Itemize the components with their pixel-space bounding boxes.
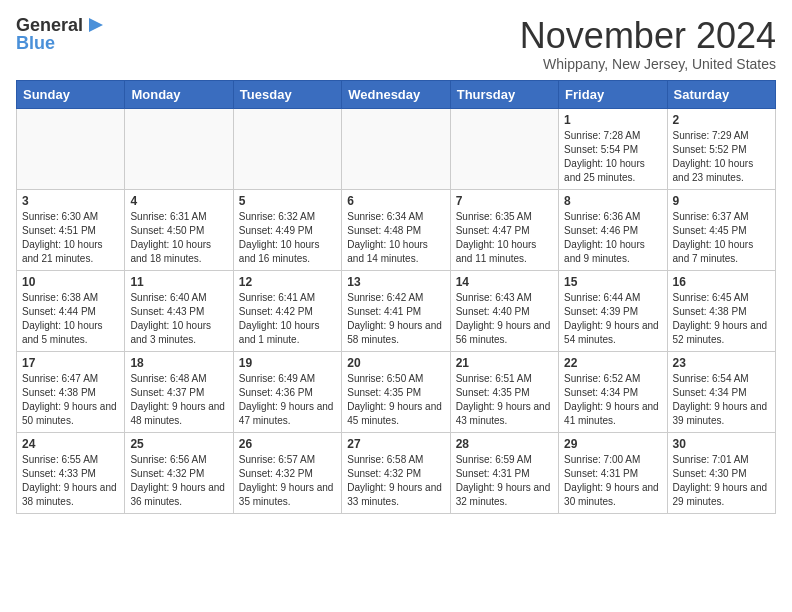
day-number: 27 xyxy=(347,437,444,451)
day-info: Sunrise: 6:57 AM Sunset: 4:32 PM Dayligh… xyxy=(239,453,336,509)
day-info: Sunrise: 6:49 AM Sunset: 4:36 PM Dayligh… xyxy=(239,372,336,428)
day-number: 6 xyxy=(347,194,444,208)
day-number: 7 xyxy=(456,194,553,208)
day-info: Sunrise: 6:52 AM Sunset: 4:34 PM Dayligh… xyxy=(564,372,661,428)
calendar-week-row: 3Sunrise: 6:30 AM Sunset: 4:51 PM Daylig… xyxy=(17,189,776,270)
weekday-header-monday: Monday xyxy=(125,80,233,108)
calendar-week-row: 10Sunrise: 6:38 AM Sunset: 4:44 PM Dayli… xyxy=(17,270,776,351)
calendar-week-row: 1Sunrise: 7:28 AM Sunset: 5:54 PM Daylig… xyxy=(17,108,776,189)
day-info: Sunrise: 6:31 AM Sunset: 4:50 PM Dayligh… xyxy=(130,210,227,266)
calendar-day-5: 5Sunrise: 6:32 AM Sunset: 4:49 PM Daylig… xyxy=(233,189,341,270)
day-info: Sunrise: 7:29 AM Sunset: 5:52 PM Dayligh… xyxy=(673,129,770,185)
calendar-empty-cell xyxy=(17,108,125,189)
weekday-header-saturday: Saturday xyxy=(667,80,775,108)
calendar-day-6: 6Sunrise: 6:34 AM Sunset: 4:48 PM Daylig… xyxy=(342,189,450,270)
calendar-day-19: 19Sunrise: 6:49 AM Sunset: 4:36 PM Dayli… xyxy=(233,351,341,432)
day-info: Sunrise: 6:32 AM Sunset: 4:49 PM Dayligh… xyxy=(239,210,336,266)
day-number: 23 xyxy=(673,356,770,370)
calendar-day-29: 29Sunrise: 7:00 AM Sunset: 4:31 PM Dayli… xyxy=(559,432,667,513)
month-title: November 2024 xyxy=(520,16,776,56)
calendar-day-22: 22Sunrise: 6:52 AM Sunset: 4:34 PM Dayli… xyxy=(559,351,667,432)
calendar-day-10: 10Sunrise: 6:38 AM Sunset: 4:44 PM Dayli… xyxy=(17,270,125,351)
logo-blue-text: Blue xyxy=(16,34,55,52)
day-info: Sunrise: 6:44 AM Sunset: 4:39 PM Dayligh… xyxy=(564,291,661,347)
day-info: Sunrise: 6:30 AM Sunset: 4:51 PM Dayligh… xyxy=(22,210,119,266)
calendar-day-15: 15Sunrise: 6:44 AM Sunset: 4:39 PM Dayli… xyxy=(559,270,667,351)
calendar-empty-cell xyxy=(450,108,558,189)
calendar-day-7: 7Sunrise: 6:35 AM Sunset: 4:47 PM Daylig… xyxy=(450,189,558,270)
weekday-header-tuesday: Tuesday xyxy=(233,80,341,108)
calendar-day-12: 12Sunrise: 6:41 AM Sunset: 4:42 PM Dayli… xyxy=(233,270,341,351)
calendar-day-2: 2Sunrise: 7:29 AM Sunset: 5:52 PM Daylig… xyxy=(667,108,775,189)
day-info: Sunrise: 6:36 AM Sunset: 4:46 PM Dayligh… xyxy=(564,210,661,266)
title-block: November 2024 Whippany, New Jersey, Unit… xyxy=(520,16,776,72)
day-info: Sunrise: 6:56 AM Sunset: 4:32 PM Dayligh… xyxy=(130,453,227,509)
calendar-day-21: 21Sunrise: 6:51 AM Sunset: 4:35 PM Dayli… xyxy=(450,351,558,432)
day-number: 3 xyxy=(22,194,119,208)
calendar-day-11: 11Sunrise: 6:40 AM Sunset: 4:43 PM Dayli… xyxy=(125,270,233,351)
day-number: 20 xyxy=(347,356,444,370)
svg-marker-0 xyxy=(89,18,103,32)
day-number: 18 xyxy=(130,356,227,370)
calendar-day-24: 24Sunrise: 6:55 AM Sunset: 4:33 PM Dayli… xyxy=(17,432,125,513)
day-number: 12 xyxy=(239,275,336,289)
day-number: 24 xyxy=(22,437,119,451)
day-number: 19 xyxy=(239,356,336,370)
day-number: 5 xyxy=(239,194,336,208)
day-info: Sunrise: 7:28 AM Sunset: 5:54 PM Dayligh… xyxy=(564,129,661,185)
day-info: Sunrise: 6:58 AM Sunset: 4:32 PM Dayligh… xyxy=(347,453,444,509)
calendar-header-row: SundayMondayTuesdayWednesdayThursdayFrid… xyxy=(17,80,776,108)
calendar-day-9: 9Sunrise: 6:37 AM Sunset: 4:45 PM Daylig… xyxy=(667,189,775,270)
day-info: Sunrise: 7:01 AM Sunset: 4:30 PM Dayligh… xyxy=(673,453,770,509)
calendar-day-18: 18Sunrise: 6:48 AM Sunset: 4:37 PM Dayli… xyxy=(125,351,233,432)
day-info: Sunrise: 6:42 AM Sunset: 4:41 PM Dayligh… xyxy=(347,291,444,347)
calendar-day-26: 26Sunrise: 6:57 AM Sunset: 4:32 PM Dayli… xyxy=(233,432,341,513)
day-number: 11 xyxy=(130,275,227,289)
logo: General Blue xyxy=(16,16,103,52)
day-number: 9 xyxy=(673,194,770,208)
day-number: 15 xyxy=(564,275,661,289)
calendar-day-23: 23Sunrise: 6:54 AM Sunset: 4:34 PM Dayli… xyxy=(667,351,775,432)
day-number: 21 xyxy=(456,356,553,370)
calendar-day-20: 20Sunrise: 6:50 AM Sunset: 4:35 PM Dayli… xyxy=(342,351,450,432)
day-number: 1 xyxy=(564,113,661,127)
page-header: General Blue November 2024 Whippany, New… xyxy=(16,16,776,72)
day-number: 25 xyxy=(130,437,227,451)
calendar-day-30: 30Sunrise: 7:01 AM Sunset: 4:30 PM Dayli… xyxy=(667,432,775,513)
day-info: Sunrise: 6:37 AM Sunset: 4:45 PM Dayligh… xyxy=(673,210,770,266)
calendar-table: SundayMondayTuesdayWednesdayThursdayFrid… xyxy=(16,80,776,514)
calendar-day-13: 13Sunrise: 6:42 AM Sunset: 4:41 PM Dayli… xyxy=(342,270,450,351)
day-number: 8 xyxy=(564,194,661,208)
logo-general-text: General xyxy=(16,16,83,34)
location-text: Whippany, New Jersey, United States xyxy=(520,56,776,72)
calendar-week-row: 24Sunrise: 6:55 AM Sunset: 4:33 PM Dayli… xyxy=(17,432,776,513)
logo-triangle-icon xyxy=(85,16,103,34)
day-info: Sunrise: 6:41 AM Sunset: 4:42 PM Dayligh… xyxy=(239,291,336,347)
day-info: Sunrise: 6:45 AM Sunset: 4:38 PM Dayligh… xyxy=(673,291,770,347)
day-info: Sunrise: 6:47 AM Sunset: 4:38 PM Dayligh… xyxy=(22,372,119,428)
day-number: 4 xyxy=(130,194,227,208)
calendar-week-row: 17Sunrise: 6:47 AM Sunset: 4:38 PM Dayli… xyxy=(17,351,776,432)
calendar-empty-cell xyxy=(342,108,450,189)
day-info: Sunrise: 6:55 AM Sunset: 4:33 PM Dayligh… xyxy=(22,453,119,509)
weekday-header-wednesday: Wednesday xyxy=(342,80,450,108)
day-number: 10 xyxy=(22,275,119,289)
day-number: 26 xyxy=(239,437,336,451)
calendar-day-27: 27Sunrise: 6:58 AM Sunset: 4:32 PM Dayli… xyxy=(342,432,450,513)
weekday-header-sunday: Sunday xyxy=(17,80,125,108)
calendar-day-25: 25Sunrise: 6:56 AM Sunset: 4:32 PM Dayli… xyxy=(125,432,233,513)
day-info: Sunrise: 6:35 AM Sunset: 4:47 PM Dayligh… xyxy=(456,210,553,266)
day-number: 28 xyxy=(456,437,553,451)
day-info: Sunrise: 6:59 AM Sunset: 4:31 PM Dayligh… xyxy=(456,453,553,509)
calendar-day-17: 17Sunrise: 6:47 AM Sunset: 4:38 PM Dayli… xyxy=(17,351,125,432)
day-number: 17 xyxy=(22,356,119,370)
day-number: 30 xyxy=(673,437,770,451)
day-info: Sunrise: 7:00 AM Sunset: 4:31 PM Dayligh… xyxy=(564,453,661,509)
calendar-day-3: 3Sunrise: 6:30 AM Sunset: 4:51 PM Daylig… xyxy=(17,189,125,270)
day-number: 22 xyxy=(564,356,661,370)
day-number: 29 xyxy=(564,437,661,451)
day-info: Sunrise: 6:38 AM Sunset: 4:44 PM Dayligh… xyxy=(22,291,119,347)
calendar-day-14: 14Sunrise: 6:43 AM Sunset: 4:40 PM Dayli… xyxy=(450,270,558,351)
day-info: Sunrise: 6:40 AM Sunset: 4:43 PM Dayligh… xyxy=(130,291,227,347)
calendar-day-16: 16Sunrise: 6:45 AM Sunset: 4:38 PM Dayli… xyxy=(667,270,775,351)
